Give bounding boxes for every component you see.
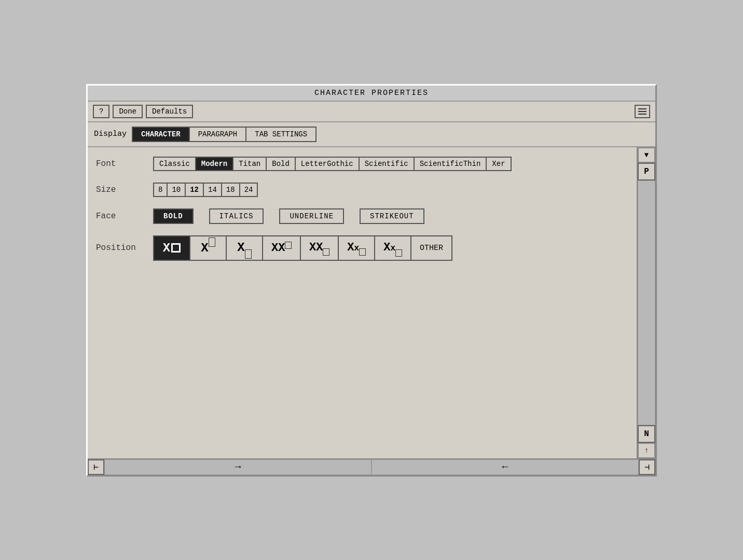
pos-supnorm-symbol: XX (271, 242, 292, 255)
pos-superscript[interactable]: X (190, 236, 227, 260)
pos-other-label: OTHER (420, 244, 443, 253)
p-button[interactable]: P (638, 163, 655, 180)
menu-line-3 (638, 114, 646, 115)
font-scientific[interactable]: Scientific (359, 157, 415, 171)
toolbar: ? Done Defaults (88, 102, 655, 122)
display-bar: Display CHARACTER PARAGRAPH TAB SETTINGS (88, 122, 655, 147)
scroll-up-arrow[interactable]: ↑ (638, 443, 655, 458)
position-label: Position (96, 243, 153, 253)
size-10[interactable]: 10 (167, 183, 186, 197)
n-button[interactable]: N (638, 425, 655, 443)
scroll-track-right: ← (371, 459, 639, 475)
help-button[interactable]: ? (93, 105, 109, 118)
size-24[interactable]: 24 (239, 183, 258, 197)
pos-subscript[interactable]: X (227, 236, 263, 260)
pos-normal-symbol: X (163, 241, 170, 255)
pos-supersub-symbol: XX (309, 241, 329, 255)
left-arrow-icon: ← (502, 461, 508, 473)
pos-other[interactable]: OTHER (411, 236, 451, 260)
face-row: Face BOLD ITALICS UNDERLINE STRIKEOUT (96, 208, 611, 224)
pos-super-normal[interactable]: XX (263, 236, 301, 260)
size-8[interactable]: 8 (153, 183, 168, 197)
font-modern[interactable]: Modern (195, 157, 233, 171)
font-row: Font Classic Modern Titan Bold LetterGot… (96, 157, 611, 171)
tab-tab-settings[interactable]: TAB SETTINGS (245, 127, 317, 142)
scroll-down-arrow[interactable]: ▼ (638, 147, 655, 163)
face-label: Face (96, 212, 153, 221)
face-strikeout[interactable]: STRIKEOUT (360, 208, 424, 224)
tab-paragraph[interactable]: PARAGRAPH (189, 127, 247, 142)
face-controls: BOLD ITALICS UNDERLINE STRIKEOUT (153, 208, 424, 224)
font-xer[interactable]: Xer (486, 157, 511, 171)
size-18[interactable]: 18 (221, 183, 240, 197)
pos-sub-symbol: X (237, 241, 252, 256)
main-window: CHARACTER PROPERTIES ? Done Defaults Dis… (86, 84, 657, 477)
size-12[interactable]: 12 (185, 183, 204, 197)
scroll-track-top (638, 180, 655, 425)
pos-sup-symbol: X (201, 241, 215, 255)
face-bold[interactable]: BOLD (153, 208, 194, 224)
tab-character[interactable]: CHARACTER (132, 127, 190, 142)
menu-line-2 (638, 111, 646, 112)
done-button[interactable]: Done (113, 105, 143, 118)
font-label: Font (96, 159, 153, 169)
pos-sub-sub[interactable]: Xx (375, 236, 411, 260)
font-scientificthin[interactable]: ScientificThin (414, 157, 487, 171)
position-controls: X X X XX (153, 235, 452, 261)
face-underline[interactable]: UNDERLINE (279, 208, 344, 224)
position-row: Position X X X (96, 235, 611, 261)
menu-line-1 (638, 108, 646, 109)
pos-super-sub[interactable]: XX (301, 236, 339, 260)
window-title: CHARACTER PROPERTIES (314, 89, 429, 97)
font-bold[interactable]: Bold (266, 157, 296, 171)
main-content: Font Classic Modern Titan Bold LetterGot… (88, 147, 637, 458)
scroll-right-end-button[interactable]: ⊣ (639, 459, 655, 475)
content-wrapper: Font Classic Modern Titan Bold LetterGot… (88, 147, 655, 458)
pos-sub-normal[interactable]: Xx (339, 236, 375, 260)
scroll-left-end-button[interactable]: ⊢ (88, 459, 104, 475)
font-controls: Classic Modern Titan Bold LetterGothic S… (153, 157, 511, 171)
pos-subnorm-symbol: Xx (347, 241, 365, 255)
pos-normal[interactable]: X (154, 236, 190, 260)
right-arrow-icon: → (235, 461, 241, 473)
size-label: Size (96, 185, 153, 194)
size-controls: 8 10 12 14 18 24 (153, 183, 257, 197)
font-lettergothic[interactable]: LetterGothic (295, 157, 360, 171)
size-row: Size 8 10 12 14 18 24 (96, 183, 611, 197)
menu-button[interactable] (635, 105, 650, 118)
defaults-button[interactable]: Defaults (146, 105, 193, 118)
right-scrollbar: ▼ P N ↑ (637, 147, 655, 458)
size-14[interactable]: 14 (203, 183, 222, 197)
pos-subsub-symbol: Xx (383, 241, 402, 255)
face-italics[interactable]: ITALICS (209, 208, 264, 224)
scroll-track-left: → (104, 459, 371, 475)
font-classic[interactable]: Classic (153, 157, 196, 171)
display-label: Display (94, 130, 127, 138)
pos-normal-box (171, 243, 181, 253)
font-titan[interactable]: Titan (232, 157, 267, 171)
bottom-scrollbar: ⊢ → ← ⊣ (88, 458, 655, 475)
title-bar: CHARACTER PROPERTIES (88, 86, 655, 102)
